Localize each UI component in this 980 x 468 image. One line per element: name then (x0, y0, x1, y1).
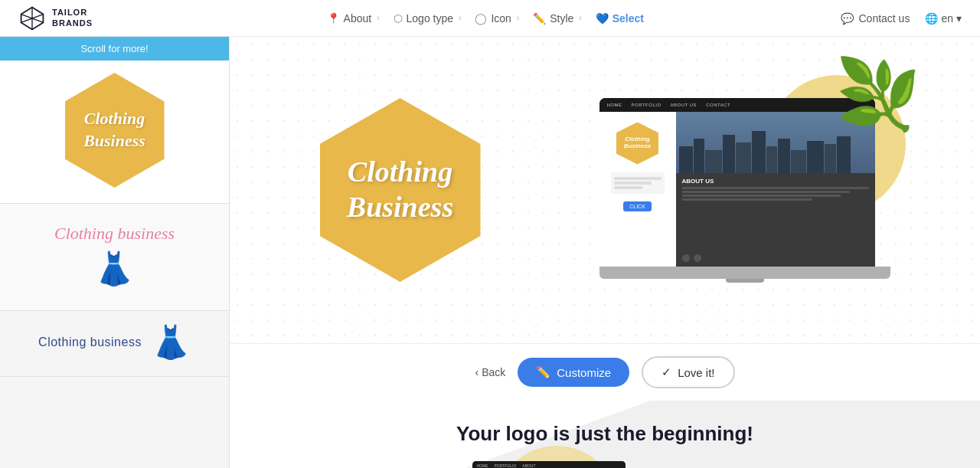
bottom-screen: HOME PORTFOLIO ABOUT (472, 461, 626, 468)
love-label: Love it! (678, 366, 714, 379)
laptop-screen: HOME PORTFOLIO ABOUT US CONTACT Clothing… (599, 98, 875, 267)
hex-text-large: Clothing Business (347, 155, 453, 224)
lang-label: en (941, 12, 953, 25)
chevron-down-icon: ▾ (956, 12, 962, 25)
pencil-icon: ✏️ (536, 365, 550, 379)
screen-nav-home: HOME (607, 103, 622, 107)
nav-step-logotype[interactable]: ⬡ Logo type › (389, 9, 466, 28)
contact-label: Contact us (858, 12, 910, 25)
screen-text-block (611, 172, 665, 194)
language-selector[interactable]: 🌐 en ▾ (925, 12, 962, 25)
hex-text-small: Clothing Business (83, 108, 145, 152)
chevron-icon-2: › (459, 14, 461, 22)
style-label: Style (550, 12, 573, 25)
sidebar-item-simple[interactable]: Clothing business 👗 (0, 311, 229, 377)
dress-icon-pink: 👗 (151, 323, 191, 361)
sidebar-item-script[interactable]: Clothing business 👗 (0, 204, 229, 311)
about-label: About (344, 12, 372, 25)
nav-step-style[interactable]: ✏️ Style › (528, 9, 586, 28)
screen-nav-contact: CONTACT (706, 103, 730, 107)
brand-logo[interactable]: TAILOR BRANDS (18, 5, 93, 32)
sidebar: Scroll for more! Clothing Business Cloth… (0, 37, 230, 468)
bottom-title: Your logo is just the beginning! (456, 422, 753, 446)
sidebar-item-hex[interactable]: Clothing Business (0, 61, 229, 204)
customize-button[interactable]: ✏️ Customize (518, 358, 629, 387)
back-chevron: ‹ (475, 366, 479, 378)
script-logo: Clothing business 👗 (54, 216, 175, 295)
check-icon: ✓ (662, 365, 671, 379)
laptop-base (599, 267, 890, 279)
screen-about-block: ABOUT US (676, 173, 875, 207)
chevron-icon-1: › (377, 14, 379, 22)
back-label: Back (482, 366, 505, 378)
screen-hex: ClothingBusiness (616, 123, 658, 165)
screen-nav-about: ABOUT US (671, 103, 697, 107)
contact-link[interactable]: 💬 Contact us (841, 12, 910, 25)
select-icon: 💙 (596, 12, 609, 25)
scroll-banner: Scroll for more! (0, 37, 229, 61)
tailor-brands-icon (18, 5, 46, 32)
logotype-icon: ⬡ (394, 12, 403, 25)
contact-icon: 💬 (841, 12, 854, 25)
bottom-laptop-preview: HOME PORTFOLIO ABOUT (472, 461, 641, 468)
laptop-mockup: HOME PORTFOLIO ABOUT US CONTACT Clothing… (599, 98, 890, 283)
bottom-previews: HOME PORTFOLIO ABOUT (472, 461, 738, 468)
hex-logo-large: Clothing Business (320, 98, 481, 282)
icon-icon: ◯ (475, 12, 487, 25)
nav-step-select[interactable]: 💙 Select (591, 9, 648, 28)
hex-shape-small: Clothing Business (65, 73, 165, 188)
action-bar: ‹ Back ✏️ Customize ✓ Love it! (230, 343, 980, 401)
hex-shape-large: Clothing Business (320, 98, 481, 282)
plant-decoration: 🌿 (835, 60, 921, 129)
navbar: TAILOR BRANDS 📍 About › ⬡ Logo type › ◯ … (0, 0, 980, 37)
screen-cta-button: CLICK (623, 201, 652, 211)
chevron-icon-4: › (579, 14, 581, 22)
main-content: Clothing Business HOME PORTFOLIO ABOUT (230, 37, 980, 468)
laptop-notch (726, 279, 764, 283)
bottom-section: Your logo is just the beginning! HOME PO… (230, 401, 980, 468)
logotype-label: Logo type (407, 12, 454, 25)
simple-logo-text: Clothing business (38, 335, 142, 349)
sidebar-items: Clothing Business Clothing business 👗 Cl… (0, 61, 229, 468)
customize-label: Customize (557, 366, 611, 379)
dress-icon-teal: 👗 (94, 250, 134, 287)
nav-steps: 📍 About › ⬡ Logo type › ◯ Icon › ✏️ Styl… (129, 9, 841, 28)
icon-label: Icon (491, 12, 511, 25)
script-logo-text: Clothing business (54, 224, 175, 244)
chevron-icon-3: › (517, 14, 519, 22)
select-label: Select (612, 12, 644, 25)
back-button[interactable]: ‹ Back (475, 366, 505, 378)
love-button[interactable]: ✓ Love it! (642, 356, 734, 388)
screen-social-icons (682, 254, 701, 262)
brand-name: TAILOR BRANDS (52, 8, 93, 28)
nav-step-about[interactable]: 📍 About › (322, 9, 384, 28)
nav-step-icon[interactable]: ◯ Icon › (470, 9, 524, 28)
screen-nav-portfolio: PORTFOLIO (632, 103, 662, 107)
hex-logo-small: Clothing Business (65, 73, 165, 188)
about-icon: 📍 (327, 12, 340, 25)
main-layout: Scroll for more! Clothing Business Cloth… (0, 37, 980, 468)
nav-right: 💬 Contact us 🌐 en ▾ (841, 12, 962, 25)
globe-icon: 🌐 (925, 12, 938, 25)
preview-section: Clothing Business HOME PORTFOLIO ABOUT (230, 37, 980, 343)
style-icon: ✏️ (533, 12, 546, 25)
